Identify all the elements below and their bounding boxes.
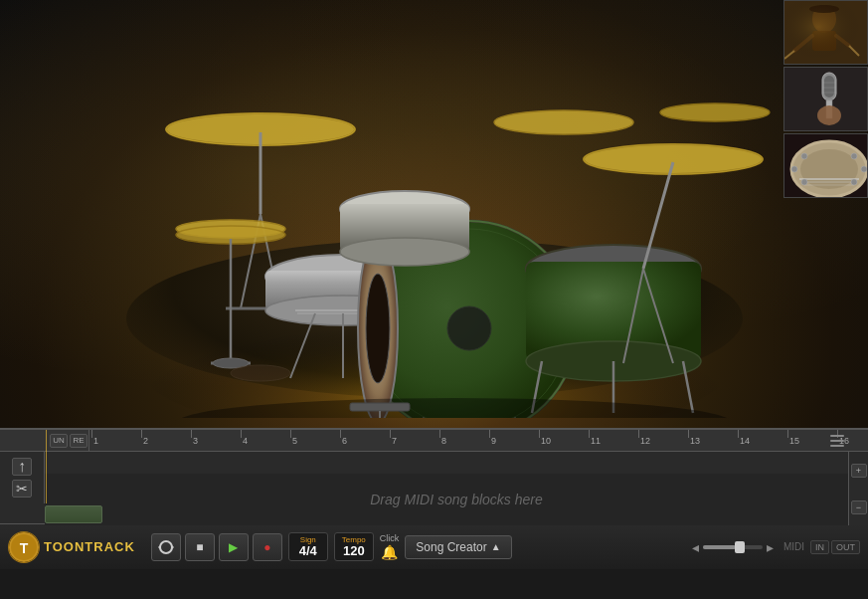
ruler-tick-1: 1	[91, 430, 98, 451]
ruler-tick-5: 5	[290, 430, 297, 451]
right-panel	[783, 0, 868, 199]
song-creator-label: Song Creator	[416, 540, 486, 554]
sequencer-menu-button[interactable]	[828, 432, 846, 450]
toontrack-logo: T TOONTRACK	[8, 531, 135, 563]
midi-label: MIDI	[783, 541, 804, 552]
click-metronome-icon[interactable]: 🔔	[381, 544, 398, 560]
sign-value: 4/4	[295, 544, 321, 558]
svg-point-29	[340, 238, 469, 266]
midi-in-button[interactable]: IN	[810, 540, 829, 554]
svg-point-75	[861, 166, 867, 172]
svg-rect-57	[784, 1, 868, 65]
stop-button[interactable]: ■	[185, 533, 215, 561]
tempo-value: 120	[341, 544, 367, 558]
thumbnail-snare[interactable]	[783, 133, 868, 198]
ruler-tick-3: 3	[191, 430, 198, 451]
midi-track-area[interactable]: Drag MIDI song blocks here	[45, 474, 868, 525]
in-out-section: IN OUT	[810, 540, 860, 554]
song-creator-button[interactable]: Song Creator ▲	[405, 535, 511, 559]
time-signature-box[interactable]: Sign 4/4	[288, 532, 328, 561]
midi-out-button[interactable]: OUT	[831, 540, 860, 554]
tempo-box[interactable]: Tempo 120	[334, 532, 374, 561]
midi-block[interactable]	[45, 505, 102, 523]
drum-kit-container[interactable]	[87, 20, 782, 418]
logo-text: TOONTRACK	[44, 539, 135, 554]
ruler-tick-11: 11	[589, 430, 601, 451]
svg-point-74	[791, 166, 797, 172]
ruler-tick-7: 7	[390, 430, 397, 451]
volume-slider[interactable]	[703, 545, 763, 549]
svg-point-47	[447, 306, 491, 350]
volume-up-icon[interactable]: ▸	[767, 539, 774, 555]
drum-kit-svg	[87, 20, 782, 418]
volume-down-icon[interactable]: ◂	[692, 539, 699, 555]
record-button[interactable]: ●	[253, 533, 282, 561]
ruler-tick-4: 4	[241, 430, 248, 451]
playhead	[46, 430, 47, 503]
timeline-ruler: UN RE 1 2 3 4 5 6 7 8 9 10 11 12 13 14 1…	[0, 430, 868, 452]
slider-thumb[interactable]	[735, 541, 745, 553]
ruler-tick-10: 10	[539, 430, 551, 451]
svg-point-46	[231, 365, 290, 381]
svg-point-65	[817, 105, 841, 125]
song-creator-arrow-icon: ▲	[491, 541, 501, 552]
ruler-tick-15: 15	[787, 430, 799, 451]
scroll-zoom-out[interactable]: −	[851, 500, 867, 514]
svg-point-42	[660, 103, 770, 121]
drum-kit-area	[0, 0, 868, 428]
svg-point-24	[366, 274, 390, 383]
transport-controls: ■ ▶ ●	[151, 533, 282, 561]
sequencer-area: UN RE 1 2 3 4 5 6 7 8 9 10 11 12 13 14 1…	[0, 428, 868, 523]
loop-button[interactable]	[151, 533, 181, 561]
cursor-tool[interactable]: ↑	[12, 458, 32, 476]
svg-rect-60	[824, 76, 834, 98]
thumbnail-mic[interactable]	[783, 67, 868, 131]
transport-bar: T TOONTRACK ■ ▶ ● Sign 4/4 Tempo 120 Cli…	[0, 523, 868, 569]
svg-point-77	[851, 179, 857, 185]
svg-text:T: T	[20, 540, 29, 556]
svg-point-68	[799, 148, 859, 190]
right-scroll-area: + −	[848, 452, 868, 525]
svg-rect-44	[350, 403, 410, 411]
logo-circle: T	[8, 531, 40, 563]
click-section: Click 🔔	[380, 533, 400, 560]
svg-point-41	[494, 110, 633, 134]
scroll-zoom-in[interactable]: +	[851, 464, 867, 478]
thumbnail-drummer[interactable]	[783, 0, 868, 65]
redo-button[interactable]: RE	[70, 434, 87, 448]
click-label: Click	[380, 533, 400, 543]
ruler-marks: 1 2 3 4 5 6 7 8 9 10 11 12 13 14 15 16 1…	[89, 430, 868, 451]
undo-button[interactable]: UN	[50, 434, 68, 448]
ruler-tick-13: 13	[688, 430, 700, 451]
ruler-tick-6: 6	[340, 430, 347, 451]
ruler-tick-14: 14	[738, 430, 750, 451]
play-button[interactable]: ▶	[219, 533, 249, 561]
svg-point-72	[801, 153, 807, 159]
ruler-tick-12: 12	[638, 430, 650, 451]
drag-midi-hint: Drag MIDI song blocks here	[370, 492, 543, 507]
scissors-tool[interactable]: ✂	[12, 480, 32, 498]
volume-slider-area: ◂ ▸	[692, 539, 774, 555]
svg-point-73	[851, 153, 857, 159]
ruler-tick-2: 2	[141, 430, 148, 451]
svg-point-76	[801, 179, 807, 185]
ruler-tick-8: 8	[439, 430, 446, 451]
ruler-tick-9: 9	[489, 430, 496, 451]
